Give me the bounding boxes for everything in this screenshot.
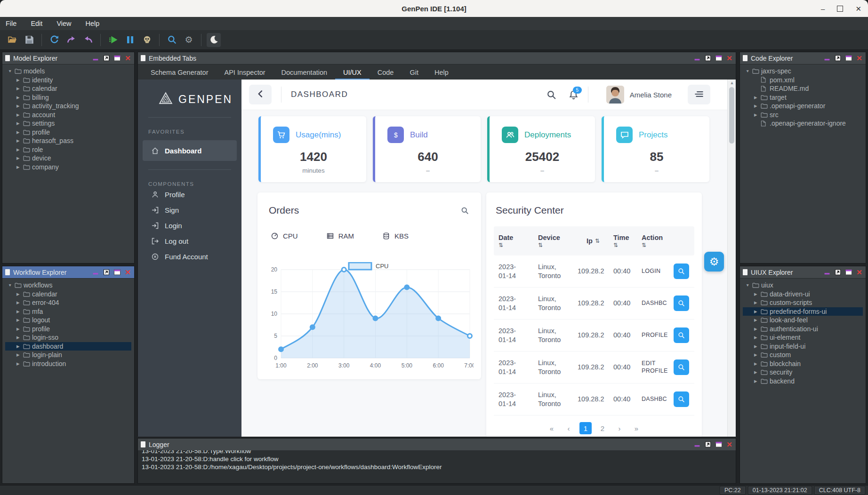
expand-arrow-icon[interactable]: ▶ bbox=[16, 361, 23, 366]
sort-icon[interactable]: ⇅ bbox=[538, 242, 573, 248]
undo-button[interactable] bbox=[81, 33, 95, 47]
tree-item[interactable]: ▼uiux bbox=[743, 281, 863, 290]
tree-item[interactable]: ▶backend bbox=[743, 377, 863, 386]
sort-icon[interactable]: ⇅ bbox=[595, 238, 600, 244]
panel-detach-button[interactable] bbox=[834, 269, 841, 276]
next-page-button[interactable]: › bbox=[613, 422, 626, 434]
prev-page-button[interactable]: ‹ bbox=[563, 422, 575, 434]
tab-git[interactable]: Git bbox=[402, 64, 426, 80]
window-maximize-button[interactable] bbox=[837, 6, 843, 12]
stat-card-usage-mins-[interactable]: Usage(mins)1420minutes bbox=[258, 116, 366, 182]
sidebar-item-dashboard[interactable]: Dashboard bbox=[143, 140, 237, 161]
tree-item[interactable]: ▶look-and-feel bbox=[743, 316, 863, 325]
menu-item-view[interactable]: View bbox=[56, 20, 71, 27]
tree-item[interactable]: ▶introduction bbox=[5, 359, 131, 368]
expand-arrow-icon[interactable]: ▶ bbox=[754, 95, 761, 100]
tab-schema-generator[interactable]: Schema Generator bbox=[143, 64, 217, 80]
tree-item[interactable]: ▶blockchain bbox=[743, 359, 863, 368]
sort-icon[interactable]: ⇅ bbox=[498, 242, 533, 248]
expand-arrow-icon[interactable]: ▶ bbox=[16, 335, 23, 340]
panel-close-button[interactable]: ✕ bbox=[124, 269, 131, 276]
expand-arrow-icon[interactable]: ▶ bbox=[16, 300, 23, 305]
page-button-1[interactable]: 1 bbox=[579, 422, 592, 434]
expand-arrow-icon[interactable]: ▶ bbox=[16, 130, 23, 135]
save-button[interactable] bbox=[22, 33, 36, 47]
panel-maximize-button[interactable] bbox=[715, 55, 722, 62]
panel-maximize-button[interactable] bbox=[113, 269, 121, 276]
tree-item[interactable]: ▶profile bbox=[5, 128, 131, 137]
workflow-explorer-titlebar[interactable]: Workflow Explorer ✕ bbox=[2, 266, 134, 279]
expand-arrow-icon[interactable]: ▶ bbox=[754, 352, 761, 357]
first-page-button[interactable]: « bbox=[546, 422, 558, 434]
sort-icon[interactable]: ⇅ bbox=[642, 242, 674, 248]
logger-titlebar[interactable]: Logger ✕ bbox=[138, 439, 736, 451]
scrollbar-thumb[interactable] bbox=[729, 87, 734, 144]
vertical-scrollbar[interactable]: ▲ bbox=[727, 80, 736, 437]
tree-item[interactable]: ▼workflows bbox=[5, 281, 131, 290]
tree-item[interactable]: ▶identity bbox=[5, 76, 131, 85]
tree-item[interactable]: ▶target bbox=[743, 93, 863, 102]
expand-arrow-icon[interactable]: ▼ bbox=[746, 69, 752, 73]
expand-arrow-icon[interactable]: ▶ bbox=[754, 361, 761, 366]
tree-item[interactable]: ▶device bbox=[5, 154, 131, 163]
tree-item[interactable]: ▶settings bbox=[5, 119, 131, 128]
sidebar-item-sign[interactable]: Sign bbox=[138, 202, 241, 218]
orders-tab-kbs[interactable]: KBS bbox=[382, 232, 409, 240]
expand-arrow-icon[interactable]: ▼ bbox=[8, 283, 15, 287]
expand-arrow-icon[interactable]: ▶ bbox=[16, 95, 23, 100]
tree-item[interactable]: ▶role bbox=[5, 145, 131, 154]
expand-arrow-icon[interactable]: ▶ bbox=[754, 327, 761, 331]
last-page-button[interactable]: » bbox=[630, 422, 643, 434]
debug-skull-button[interactable] bbox=[140, 33, 154, 47]
tree-item[interactable]: ▶mfa bbox=[5, 307, 131, 316]
panel-maximize-button[interactable] bbox=[715, 441, 722, 448]
stat-card-build[interactable]: $Build640– bbox=[373, 116, 481, 182]
expand-arrow-icon[interactable]: ▶ bbox=[16, 121, 23, 126]
panel-maximize-button[interactable] bbox=[845, 55, 852, 62]
panel-minimize-button[interactable] bbox=[823, 55, 830, 62]
panel-close-button[interactable]: ✕ bbox=[124, 55, 131, 62]
tree-item[interactable]: ▶ui-element bbox=[743, 333, 863, 342]
tree-item[interactable]: ▼jaxrs-spec bbox=[743, 67, 863, 76]
expand-arrow-icon[interactable]: ▶ bbox=[16, 292, 23, 296]
tree-item[interactable]: ▶company bbox=[5, 163, 131, 172]
settings-gear-button[interactable]: ⚙ bbox=[182, 33, 196, 47]
panel-detach-button[interactable] bbox=[834, 55, 841, 62]
row-search-button[interactable] bbox=[674, 263, 689, 279]
tree-item[interactable]: ▶.openapi-generator bbox=[743, 102, 863, 111]
column-header-date[interactable]: Date⇅ bbox=[494, 234, 533, 248]
sidebar-item-profile[interactable]: Profile bbox=[138, 187, 241, 202]
panel-detach-button[interactable] bbox=[704, 441, 711, 448]
expand-arrow-icon[interactable]: ▶ bbox=[754, 112, 761, 117]
dark-mode-moon-button[interactable] bbox=[207, 33, 221, 47]
tree-item[interactable]: ▶logout bbox=[5, 316, 131, 325]
open-folder-button[interactable] bbox=[5, 33, 19, 47]
expand-arrow-icon[interactable]: ▶ bbox=[754, 292, 761, 296]
tree-item[interactable]: ▶activity_tracking bbox=[5, 102, 131, 111]
expand-arrow-icon[interactable]: ▶ bbox=[16, 78, 23, 82]
tree-item[interactable]: ▶billing bbox=[5, 93, 131, 102]
panel-detach-button[interactable] bbox=[103, 269, 110, 276]
panel-maximize-button[interactable] bbox=[845, 269, 852, 276]
expand-arrow-icon[interactable]: ▶ bbox=[16, 309, 23, 314]
expand-arrow-icon[interactable]: ▶ bbox=[754, 379, 761, 383]
expand-arrow-icon[interactable]: ▶ bbox=[16, 112, 23, 117]
embedded-tabs-titlebar[interactable]: Embedded Tabs ✕ bbox=[138, 52, 736, 64]
expand-arrow-icon[interactable]: ▼ bbox=[746, 283, 752, 287]
tree-item[interactable]: ▶calendar bbox=[5, 290, 131, 299]
expand-arrow-icon[interactable]: ▶ bbox=[16, 344, 23, 349]
expand-arrow-icon[interactable]: ▶ bbox=[754, 300, 761, 305]
panel-minimize-button[interactable] bbox=[693, 441, 700, 448]
tree-item[interactable]: ▶input-field-ui bbox=[743, 342, 863, 351]
tree-item[interactable]: ▼models bbox=[5, 67, 131, 76]
expand-arrow-icon[interactable]: ▶ bbox=[16, 318, 23, 322]
column-header-ip[interactable]: Ip⇅ bbox=[573, 237, 609, 245]
expand-arrow-icon[interactable]: ▶ bbox=[16, 352, 23, 357]
tree-item[interactable]: ▶error-404 bbox=[5, 298, 131, 307]
uiux-explorer-titlebar[interactable]: UIUX Explorer ✕ bbox=[740, 266, 866, 279]
expand-arrow-icon[interactable]: ▶ bbox=[16, 156, 23, 160]
expand-arrow-icon[interactable]: ▶ bbox=[754, 370, 761, 375]
panel-minimize-button[interactable] bbox=[823, 269, 830, 276]
menu-item-file[interactable]: File bbox=[6, 20, 16, 27]
sidebar-item-login[interactable]: Login bbox=[138, 218, 241, 233]
